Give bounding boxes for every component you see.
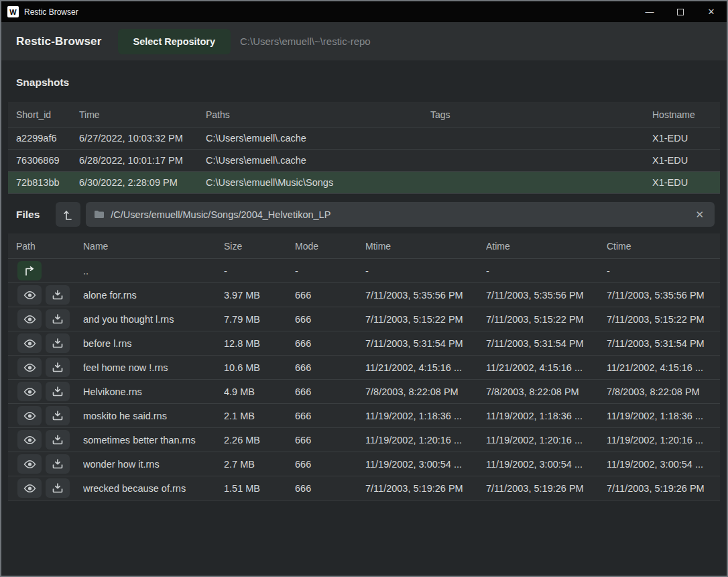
file-mtime: 7/11/2003, 5:19:26 PM	[365, 483, 486, 494]
file-mtime: 11/19/2002, 1:20:16 ...	[365, 435, 486, 445]
snapshot-time: 6/28/2022, 10:01:17 PM	[71, 155, 198, 166]
eye-icon	[23, 484, 36, 493]
file-name: wrecked because of.rns	[83, 483, 224, 494]
file-mode: 666	[295, 386, 365, 397]
snapshot-time: 6/27/2022, 10:03:32 PM	[71, 133, 198, 144]
download-icon	[52, 362, 63, 372]
snapshot-row[interactable]: 76306869 6/28/2022, 10:01:17 PM C:\Users…	[8, 150, 720, 172]
file-row-actions	[8, 478, 83, 498]
file-atime: 11/21/2002, 4:15:16 ...	[486, 362, 607, 373]
maximize-button[interactable]	[665, 1, 696, 22]
snapshot-row[interactable]: 72b813bb 6/30/2022, 2:28:09 PM C:\Users\…	[8, 172, 720, 194]
app-title: Restic-Browser	[16, 35, 102, 48]
download-file-button[interactable]	[46, 382, 70, 401]
eye-icon	[23, 460, 36, 469]
column-header-size: Size	[224, 241, 295, 252]
path-input[interactable]	[111, 209, 691, 220]
select-repository-button[interactable]: Select Repository	[118, 29, 231, 54]
file-row-actions	[8, 406, 83, 425]
snapshot-row[interactable]: a2299af6 6/27/2022, 10:03:32 PM C:\Users…	[8, 127, 720, 150]
column-header-paths: Paths	[198, 109, 422, 120]
download-file-button[interactable]	[46, 358, 70, 377]
file-mode: 666	[295, 338, 365, 349]
file-mode: 666	[295, 314, 365, 325]
file-ctime: 7/11/2003, 5:35:56 PM	[607, 290, 720, 301]
minimize-button[interactable]: —	[634, 1, 665, 22]
file-name: feel home now !.rns	[83, 362, 224, 373]
file-ctime: -	[607, 266, 720, 276]
file-name: wonder how it.rns	[83, 459, 224, 470]
snapshot-hostname: X1-EDU	[644, 177, 720, 188]
snapshots-heading: Snapshots	[1, 60, 727, 102]
download-file-button[interactable]	[46, 406, 70, 425]
snapshot-paths: C:\Users\emuell\.cache	[198, 155, 422, 166]
eye-icon	[23, 339, 36, 348]
parent-directory-row: .. - - - - -	[8, 259, 720, 283]
up-level-icon	[63, 209, 74, 221]
file-size: 10.6 MB	[224, 362, 295, 373]
wails-logo-icon: W	[7, 6, 19, 17]
files-table: Path Name Size Mode Mtime Atime Ctime ..…	[8, 233, 720, 501]
file-row-actions	[8, 454, 83, 474]
clear-path-button[interactable]: ✕	[691, 207, 708, 222]
up-level-tree-button[interactable]	[56, 202, 80, 227]
download-icon	[52, 290, 63, 300]
preview-file-button[interactable]	[17, 333, 42, 353]
files-table-header: Path Name Size Mode Mtime Atime Ctime	[8, 233, 720, 259]
preview-file-button[interactable]	[17, 358, 42, 377]
go-to-parent-button[interactable]	[17, 261, 42, 280]
snapshot-hostname: X1-EDU	[644, 133, 720, 144]
file-row-actions	[8, 285, 83, 305]
file-size: 2.1 MB	[224, 411, 295, 421]
preview-file-button[interactable]	[17, 309, 42, 329]
column-header-path: Path	[8, 241, 83, 252]
file-atime: 11/19/2002, 3:00:54 ...	[486, 459, 607, 470]
column-header-hostname: Hostname	[644, 109, 720, 120]
preview-file-button[interactable]	[17, 406, 42, 425]
preview-file-button[interactable]	[17, 478, 42, 498]
file-mode: 666	[295, 411, 365, 421]
close-button[interactable]: ✕	[696, 1, 727, 22]
download-file-button[interactable]	[46, 478, 70, 498]
repository-path-label: C:\Users\emuell\~\restic-repo	[240, 36, 371, 47]
parent-arrow-icon	[23, 266, 36, 276]
preview-file-button[interactable]	[17, 382, 42, 401]
file-ctime: 11/19/2002, 3:00:54 ...	[607, 459, 720, 470]
file-row: wrecked because of.rns 1.51 MB 666 7/11/…	[8, 476, 720, 501]
download-file-button[interactable]	[46, 333, 70, 353]
preview-file-button[interactable]	[17, 285, 42, 305]
file-mtime: -	[365, 266, 486, 276]
column-header-tags: Tags	[422, 109, 644, 120]
file-row: moskito he said.rns 2.1 MB 666 11/19/200…	[8, 404, 720, 428]
file-ctime: 7/11/2003, 5:31:54 PM	[607, 338, 720, 349]
file-atime: 7/8/2003, 8:22:08 PM	[486, 386, 607, 397]
file-name: Helvikone.rns	[83, 386, 224, 397]
download-icon	[52, 386, 63, 397]
column-header-time: Time	[71, 109, 198, 120]
download-file-button[interactable]	[46, 309, 70, 329]
clear-icon: ✕	[695, 209, 704, 220]
file-mtime: 7/11/2003, 5:15:22 PM	[365, 314, 486, 325]
snapshots-table: Short_id Time Paths Tags Hostname a2299a…	[8, 102, 720, 194]
file-size: -	[224, 266, 295, 276]
eye-icon	[23, 435, 36, 445]
file-size: 2.26 MB	[224, 435, 295, 445]
column-header-short-id: Short_id	[8, 109, 71, 120]
title-bar: W Restic Browser — ✕	[1, 1, 727, 22]
download-file-button[interactable]	[46, 454, 70, 474]
file-atime: 7/11/2003, 5:15:22 PM	[486, 314, 607, 325]
download-icon	[52, 435, 63, 445]
file-row: Helvikone.rns 4.9 MB 666 7/8/2003, 8:22:…	[8, 380, 720, 404]
download-file-button[interactable]	[46, 430, 70, 450]
file-mode: 666	[295, 290, 365, 301]
file-mtime: 11/19/2002, 3:00:54 ...	[365, 459, 486, 470]
download-file-button[interactable]	[46, 285, 70, 305]
file-mode: 666	[295, 362, 365, 373]
file-row: before l.rns 12.8 MB 666 7/11/2003, 5:31…	[8, 331, 720, 356]
maximize-icon	[677, 9, 684, 15]
file-row-actions	[8, 382, 83, 401]
preview-file-button[interactable]	[17, 430, 42, 450]
eye-icon	[23, 315, 36, 324]
snapshot-short-id: 72b813bb	[8, 177, 71, 188]
preview-file-button[interactable]	[17, 454, 42, 474]
